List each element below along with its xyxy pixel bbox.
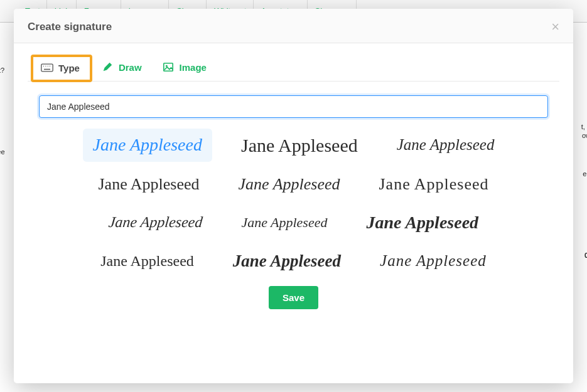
keyboard-icon bbox=[41, 62, 53, 73]
signature-style-11[interactable]: Jane Appleseed bbox=[223, 245, 351, 277]
svg-rect-6 bbox=[163, 63, 172, 72]
signature-style-10[interactable]: Jane Appleseed bbox=[90, 246, 204, 276]
signature-style-2[interactable]: Jane Appleseed bbox=[231, 128, 368, 162]
create-signature-modal: Create signature × Type Draw bbox=[14, 9, 573, 383]
signature-style-4[interactable]: Jane Appleseed bbox=[89, 169, 210, 200]
signature-style-5[interactable]: Jane Appleseed bbox=[229, 169, 350, 200]
close-icon[interactable]: × bbox=[551, 20, 559, 34]
modal-footer: Save bbox=[28, 277, 559, 322]
signature-style-1[interactable]: Jane Appleseed bbox=[83, 129, 212, 161]
signature-method-tabs: Type Draw Image bbox=[28, 43, 559, 82]
tab-image-label: Image bbox=[180, 62, 207, 73]
pencil-icon bbox=[101, 61, 114, 73]
signature-style-6[interactable]: Jane Appleseed bbox=[369, 169, 498, 200]
tab-type[interactable]: Type bbox=[31, 55, 92, 82]
tab-draw[interactable]: Draw bbox=[92, 55, 153, 80]
svg-rect-0 bbox=[41, 64, 53, 72]
tab-type-label: Type bbox=[58, 63, 80, 73]
signature-style-7[interactable]: Jane Appleseed bbox=[97, 208, 213, 237]
signature-text-input[interactable] bbox=[39, 95, 548, 118]
name-input-wrap bbox=[28, 82, 559, 124]
image-icon bbox=[162, 61, 175, 73]
signature-style-3[interactable]: Jane Appleseed bbox=[387, 130, 505, 161]
signature-style-9[interactable]: Jane Appleseed bbox=[356, 206, 488, 239]
signature-style-8[interactable]: Jane Appleseed bbox=[231, 209, 337, 237]
modal-overlay: Create signature × Type Draw bbox=[0, 0, 587, 392]
save-button[interactable]: Save bbox=[269, 286, 318, 309]
modal-header: Create signature × bbox=[14, 9, 573, 43]
modal-title: Create signature bbox=[28, 21, 112, 33]
tab-image[interactable]: Image bbox=[153, 55, 218, 80]
tab-draw-label: Draw bbox=[119, 62, 142, 73]
modal-body: Type Draw Image bbox=[14, 43, 573, 383]
signature-style-12[interactable]: Jane Appleseed bbox=[370, 246, 497, 277]
signature-style-grid: Jane Appleseed Jane Appleseed Jane Apple… bbox=[28, 124, 559, 277]
